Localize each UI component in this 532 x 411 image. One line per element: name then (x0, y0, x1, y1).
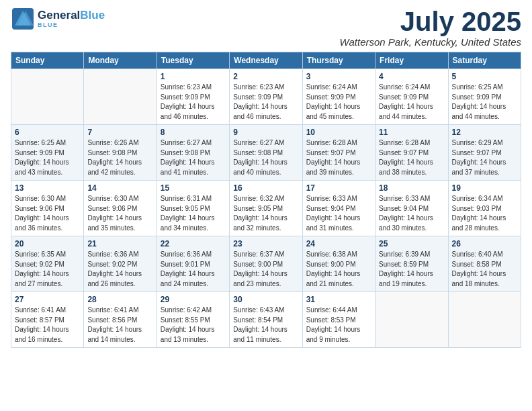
day-number: 7 (87, 128, 152, 137)
day-number: 1 (161, 72, 226, 81)
calendar-day-cell: 27Sunrise: 6:41 AMSunset: 8:57 PMDayligh… (11, 292, 84, 348)
day-detail: Sunrise: 6:23 AMSunset: 9:09 PMDaylight:… (161, 83, 226, 122)
col-saturday: Saturday (448, 52, 521, 69)
calendar-day-cell: 22Sunrise: 6:36 AMSunset: 9:01 PMDayligh… (157, 236, 229, 292)
calendar-week-row: 13Sunrise: 6:30 AMSunset: 9:06 PMDayligh… (11, 181, 521, 236)
day-number: 24 (306, 239, 371, 248)
calendar-location: Watterson Park, Kentucky, United States (340, 36, 521, 48)
day-number: 6 (15, 128, 80, 137)
calendar-day-cell: 19Sunrise: 6:34 AMSunset: 9:03 PMDayligh… (448, 181, 521, 236)
page-container: GeneralBlue BLUE July 2025 Watterson Par… (0, 0, 532, 411)
day-detail: Sunrise: 6:34 AMSunset: 9:03 PMDaylight:… (452, 194, 517, 233)
col-monday: Monday (84, 52, 157, 69)
col-sunday: Sunday (11, 52, 84, 69)
day-detail: Sunrise: 6:29 AMSunset: 9:07 PMDaylight:… (452, 138, 517, 177)
day-number: 20 (15, 239, 80, 248)
day-number: 25 (379, 239, 444, 248)
day-detail: Sunrise: 6:36 AMSunset: 9:02 PMDaylight:… (87, 250, 152, 289)
logo-icon (11, 7, 35, 31)
calendar-day-cell: 20Sunrise: 6:35 AMSunset: 9:02 PMDayligh… (11, 236, 84, 292)
calendar-day-cell: 13Sunrise: 6:30 AMSunset: 9:06 PMDayligh… (11, 181, 84, 236)
header: GeneralBlue BLUE July 2025 Watterson Par… (11, 7, 521, 48)
day-detail: Sunrise: 6:44 AMSunset: 8:53 PMDaylight:… (306, 306, 371, 345)
day-detail: Sunrise: 6:43 AMSunset: 8:54 PMDaylight:… (233, 306, 298, 345)
calendar-header-row: Sunday Monday Tuesday Wednesday Thursday… (11, 52, 521, 69)
calendar-table: Sunday Monday Tuesday Wednesday Thursday… (11, 52, 521, 348)
day-number: 31 (306, 295, 371, 304)
day-detail: Sunrise: 6:23 AMSunset: 9:09 PMDaylight:… (233, 83, 298, 122)
day-number: 21 (87, 239, 152, 248)
calendar-week-row: 27Sunrise: 6:41 AMSunset: 8:57 PMDayligh… (11, 292, 521, 348)
calendar-day-cell: 10Sunrise: 6:28 AMSunset: 9:07 PMDayligh… (302, 125, 375, 181)
calendar-day-cell: 5Sunrise: 6:25 AMSunset: 9:09 PMDaylight… (448, 69, 521, 125)
day-number: 18 (379, 183, 444, 193)
day-number: 15 (161, 183, 226, 193)
day-number: 28 (87, 295, 152, 304)
calendar-day-cell: 4Sunrise: 6:24 AMSunset: 9:09 PMDaylight… (375, 69, 448, 125)
calendar-day-cell: 25Sunrise: 6:39 AMSunset: 8:59 PMDayligh… (375, 236, 448, 292)
day-number: 2 (233, 72, 298, 81)
day-detail: Sunrise: 6:33 AMSunset: 9:04 PMDaylight:… (379, 194, 444, 233)
day-detail: Sunrise: 6:25 AMSunset: 9:09 PMDaylight:… (452, 83, 517, 122)
day-number: 5 (452, 72, 517, 81)
day-number: 12 (452, 128, 517, 137)
calendar-day-cell: 9Sunrise: 6:27 AMSunset: 9:08 PMDaylight… (230, 125, 302, 181)
calendar-day-cell: 12Sunrise: 6:29 AMSunset: 9:07 PMDayligh… (448, 125, 521, 181)
day-detail: Sunrise: 6:25 AMSunset: 9:09 PMDaylight:… (15, 138, 80, 177)
calendar-day-cell (11, 69, 84, 125)
calendar-day-cell: 18Sunrise: 6:33 AMSunset: 9:04 PMDayligh… (375, 181, 448, 236)
day-detail: Sunrise: 6:41 AMSunset: 8:57 PMDaylight:… (15, 306, 80, 345)
day-detail: Sunrise: 6:27 AMSunset: 9:08 PMDaylight:… (233, 138, 298, 177)
day-detail: Sunrise: 6:41 AMSunset: 8:56 PMDaylight:… (87, 306, 152, 345)
day-number: 17 (306, 183, 371, 193)
calendar-week-row: 20Sunrise: 6:35 AMSunset: 9:02 PMDayligh… (11, 236, 521, 292)
day-detail: Sunrise: 6:26 AMSunset: 9:08 PMDaylight:… (87, 138, 152, 177)
day-number: 13 (15, 183, 80, 193)
day-number: 10 (306, 128, 371, 137)
day-detail: Sunrise: 6:30 AMSunset: 9:06 PMDaylight:… (87, 194, 152, 233)
day-number: 23 (233, 239, 298, 248)
calendar-day-cell: 30Sunrise: 6:43 AMSunset: 8:54 PMDayligh… (230, 292, 302, 348)
calendar-day-cell: 7Sunrise: 6:26 AMSunset: 9:08 PMDaylight… (84, 125, 157, 181)
title-block: July 2025 Watterson Park, Kentucky, Unit… (340, 7, 521, 48)
day-number: 14 (87, 183, 152, 193)
calendar-day-cell: 1Sunrise: 6:23 AMSunset: 9:09 PMDaylight… (157, 69, 229, 125)
calendar-week-row: 6Sunrise: 6:25 AMSunset: 9:09 PMDaylight… (11, 125, 521, 181)
calendar-day-cell: 17Sunrise: 6:33 AMSunset: 9:04 PMDayligh… (302, 181, 375, 236)
calendar-day-cell: 23Sunrise: 6:37 AMSunset: 9:00 PMDayligh… (230, 236, 302, 292)
day-number: 8 (161, 128, 226, 137)
calendar-day-cell: 24Sunrise: 6:38 AMSunset: 9:00 PMDayligh… (302, 236, 375, 292)
calendar-day-cell: 6Sunrise: 6:25 AMSunset: 9:09 PMDaylight… (11, 125, 84, 181)
day-number: 11 (379, 128, 444, 137)
day-number: 16 (233, 183, 298, 193)
day-detail: Sunrise: 6:35 AMSunset: 9:02 PMDaylight:… (15, 250, 80, 289)
day-detail: Sunrise: 6:40 AMSunset: 8:58 PMDaylight:… (452, 250, 517, 289)
calendar-day-cell (84, 69, 157, 125)
col-wednesday: Wednesday (230, 52, 302, 69)
day-detail: Sunrise: 6:42 AMSunset: 8:55 PMDaylight:… (161, 306, 226, 345)
calendar-day-cell: 31Sunrise: 6:44 AMSunset: 8:53 PMDayligh… (302, 292, 375, 348)
calendar-day-cell: 11Sunrise: 6:28 AMSunset: 9:07 PMDayligh… (375, 125, 448, 181)
calendar-day-cell: 8Sunrise: 6:27 AMSunset: 9:08 PMDaylight… (157, 125, 229, 181)
day-detail: Sunrise: 6:30 AMSunset: 9:06 PMDaylight:… (15, 194, 80, 233)
calendar-day-cell (448, 292, 521, 348)
day-detail: Sunrise: 6:31 AMSunset: 9:05 PMDaylight:… (161, 194, 226, 233)
day-detail: Sunrise: 6:24 AMSunset: 9:09 PMDaylight:… (306, 83, 371, 122)
logo-tagline: BLUE (38, 21, 105, 28)
calendar-week-row: 1Sunrise: 6:23 AMSunset: 9:09 PMDaylight… (11, 69, 521, 125)
calendar-day-cell: 14Sunrise: 6:30 AMSunset: 9:06 PMDayligh… (84, 181, 157, 236)
calendar-day-cell: 28Sunrise: 6:41 AMSunset: 8:56 PMDayligh… (84, 292, 157, 348)
day-detail: Sunrise: 6:32 AMSunset: 9:05 PMDaylight:… (233, 194, 298, 233)
calendar-day-cell: 3Sunrise: 6:24 AMSunset: 9:09 PMDaylight… (302, 69, 375, 125)
day-number: 27 (15, 295, 80, 304)
calendar-day-cell: 15Sunrise: 6:31 AMSunset: 9:05 PMDayligh… (157, 181, 229, 236)
calendar-day-cell: 21Sunrise: 6:36 AMSunset: 9:02 PMDayligh… (84, 236, 157, 292)
day-detail: Sunrise: 6:28 AMSunset: 9:07 PMDaylight:… (379, 138, 444, 177)
calendar-day-cell: 29Sunrise: 6:42 AMSunset: 8:55 PMDayligh… (157, 292, 229, 348)
calendar-day-cell: 26Sunrise: 6:40 AMSunset: 8:58 PMDayligh… (448, 236, 521, 292)
day-detail: Sunrise: 6:36 AMSunset: 9:01 PMDaylight:… (161, 250, 226, 289)
day-detail: Sunrise: 6:37 AMSunset: 9:00 PMDaylight:… (233, 250, 298, 289)
calendar-day-cell (375, 292, 448, 348)
day-number: 29 (161, 295, 226, 304)
day-detail: Sunrise: 6:24 AMSunset: 9:09 PMDaylight:… (379, 83, 444, 122)
